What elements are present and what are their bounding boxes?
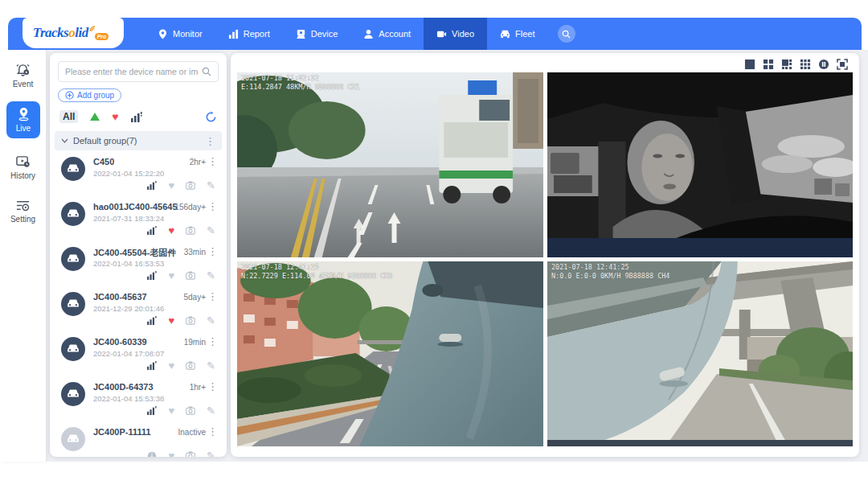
signal-icon[interactable] xyxy=(147,181,157,190)
nav-item-video[interactable]: Video xyxy=(424,18,487,50)
vehicle-avatar xyxy=(61,427,85,451)
nav-item-monitor[interactable]: Monitor xyxy=(145,18,215,50)
search-icon[interactable] xyxy=(202,67,211,76)
device-status: Inactive xyxy=(178,428,206,437)
favorite-icon[interactable]: ♥ xyxy=(168,450,174,457)
sidebar-item-event[interactable]: Event xyxy=(0,63,46,88)
layout-nine-icon[interactable] xyxy=(800,59,811,70)
device-menu-icon[interactable]: ⋮ xyxy=(207,426,218,437)
group-menu-icon[interactable]: ⋮ xyxy=(205,136,215,146)
filter-online-icon[interactable] xyxy=(90,113,100,121)
filter-all[interactable]: All xyxy=(59,110,78,123)
device-menu-icon[interactable]: ⋮ xyxy=(207,201,218,212)
sidebar-item-label: Live xyxy=(16,124,31,133)
layout-single-icon[interactable] xyxy=(744,59,755,70)
add-group-button[interactable]: Add group xyxy=(58,88,121,102)
camera-icon[interactable] xyxy=(186,226,195,235)
sidebar-item-live[interactable]: Live xyxy=(6,101,40,138)
device-row[interactable]: JC400P-11111 Inactive ⋮ ♥ ✎ xyxy=(50,422,227,457)
device-row[interactable]: C450 2022-01-04 15:22:20 2hr+ ⋮ ♥ ✎ xyxy=(50,152,227,197)
camera-icon[interactable] xyxy=(186,406,195,415)
filter-favorite-icon[interactable]: ♥ xyxy=(112,111,118,122)
filter-signal-icon[interactable] xyxy=(131,112,142,122)
video-layout-toolbar xyxy=(744,59,848,70)
playback-icon xyxy=(15,154,31,169)
device-last-time: 2022-01-04 15:22:20 xyxy=(93,169,164,178)
favorite-icon[interactable]: ♥ xyxy=(168,225,174,236)
device-menu-icon[interactable]: ⋮ xyxy=(207,156,218,166)
layout-quad-icon[interactable] xyxy=(763,59,774,70)
device-menu-icon[interactable]: ⋮ xyxy=(207,381,218,392)
favorite-icon[interactable]: ♥ xyxy=(168,315,174,326)
vehicle-avatar xyxy=(61,382,85,406)
edit-icon[interactable]: ✎ xyxy=(207,315,215,326)
refresh-icon[interactable] xyxy=(205,111,217,123)
device-row[interactable]: JC400-45637 2021-12-29 20:01:46 5day+ ⋮ … xyxy=(50,287,227,332)
camera-icon[interactable] xyxy=(186,271,195,280)
signal-icon[interactable] xyxy=(147,406,157,415)
device-search-input[interactable] xyxy=(65,67,199,76)
fullscreen-icon[interactable] xyxy=(837,59,848,70)
video-overlay-line2: E:114.2847 48KM/H 9B88888 CH1 xyxy=(241,83,360,91)
edit-icon[interactable]: ✎ xyxy=(207,180,215,191)
pause-all-icon[interactable] xyxy=(818,59,829,70)
device-row[interactable]: hao001JC400-45645 2021-07-31 18:33:24 15… xyxy=(50,197,227,242)
car-icon xyxy=(67,162,80,175)
signal-icon[interactable] xyxy=(147,226,157,235)
add-group-label: Add group xyxy=(77,91,114,100)
device-row[interactable]: JC400D-64373 2022-01-04 15:53:38 1hr+ ⋮ … xyxy=(50,377,227,422)
favorite-icon[interactable]: ♥ xyxy=(168,270,174,281)
group-label: Default group(7) xyxy=(73,136,137,146)
video-feed-ch4[interactable]: 2021-07-18 12:41:25 N:0.0 E:0-0 0KM/H 9B… xyxy=(547,261,853,446)
chevron-down-icon xyxy=(61,138,68,143)
layout-mixed-icon[interactable] xyxy=(781,59,792,70)
nav-item-device[interactable]: Device xyxy=(283,18,351,50)
video-feed-ch1[interactable]: 2021-07-18 11:02:32 E:114.2847 48KM/H 9B… xyxy=(237,72,543,257)
video-feed-ch3[interactable]: 2021-07-18 12:41:25 N:22.7229 E:114.06 4… xyxy=(237,261,543,446)
bar-chart-icon xyxy=(228,29,239,39)
brand-logo-text: Tracksolid xyxy=(33,25,88,41)
edit-icon[interactable]: ✎ xyxy=(207,360,215,371)
camera-icon[interactable] xyxy=(186,181,195,190)
nav-menu: Monitor Report Device Account Video Flee… xyxy=(145,18,575,50)
location-pin-icon xyxy=(16,107,31,121)
sidebar-item-setting[interactable]: Setting xyxy=(0,198,46,224)
video-overlay-line1: 2021-07-18 11:02:32 xyxy=(241,74,319,82)
device-row[interactable]: JC400-60339 2022-01-04 17:08:07 19min ⋮ … xyxy=(50,332,227,377)
device-row[interactable]: JC400-45504-老固件 2022-01-04 16:53:53 33mi… xyxy=(50,242,227,287)
device-name: JC400-45637 xyxy=(93,292,147,302)
group-header[interactable]: Default group(7) ⋮ xyxy=(55,131,222,150)
nav-label: Device xyxy=(311,29,338,39)
sliders-icon xyxy=(15,198,31,212)
info-icon[interactable] xyxy=(147,451,157,458)
nav-item-report[interactable]: Report xyxy=(215,18,283,50)
camera-icon[interactable] xyxy=(186,451,195,457)
nav-item-fleet[interactable]: Fleet xyxy=(487,18,547,50)
pro-badge: Pro xyxy=(95,33,109,40)
signal-icon[interactable] xyxy=(147,361,157,370)
signal-icon[interactable] xyxy=(147,271,157,280)
device-filter-row: All ♥ xyxy=(59,110,217,123)
device-menu-icon[interactable]: ⋮ xyxy=(207,246,218,257)
device-last-time: 2021-12-29 20:01:46 xyxy=(93,304,164,313)
sidebar-item-history[interactable]: History xyxy=(0,154,46,180)
nav-search-button[interactable] xyxy=(558,25,575,43)
edit-icon[interactable]: ✎ xyxy=(207,225,215,236)
camera-icon[interactable] xyxy=(186,361,195,370)
device-menu-icon[interactable]: ⋮ xyxy=(207,336,218,347)
favorite-icon[interactable]: ♥ xyxy=(168,360,174,371)
app-window: Tracksolid Pro Monitor Report Device Acc… xyxy=(0,0,868,489)
edit-icon[interactable]: ✎ xyxy=(207,450,215,457)
edit-icon[interactable]: ✎ xyxy=(207,405,215,416)
video-overlay-line2: N:22.7229 E:114.06 45KM/H 9B88888 CH3 xyxy=(241,272,392,280)
device-menu-icon[interactable]: ⋮ xyxy=(207,291,218,302)
video-feed-ch2[interactable] xyxy=(547,72,853,257)
favorite-icon[interactable]: ♥ xyxy=(168,180,174,191)
edit-icon[interactable]: ✎ xyxy=(207,270,215,281)
favorite-icon[interactable]: ♥ xyxy=(168,405,174,416)
sidebar-item-label: History xyxy=(10,171,35,180)
nav-item-account[interactable]: Account xyxy=(350,18,424,50)
camera-icon[interactable] xyxy=(186,316,195,325)
brand-logo[interactable]: Tracksolid Pro xyxy=(23,18,124,48)
signal-icon[interactable] xyxy=(147,316,157,325)
